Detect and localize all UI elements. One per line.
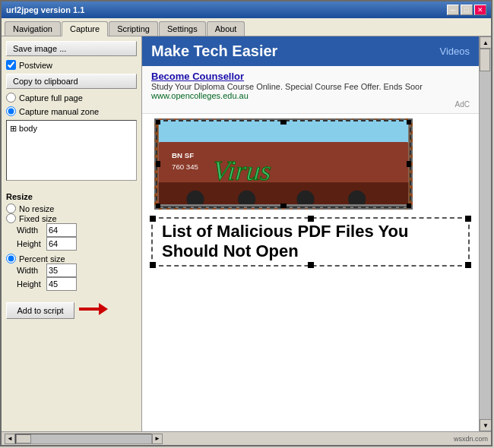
site-header: Make Tech Easier Videos bbox=[142, 36, 479, 66]
capture-manual-row: Capture manual zone bbox=[6, 106, 137, 116]
ad-link[interactable]: Become Counsellor bbox=[151, 71, 470, 82]
no-resize-label: No resize bbox=[19, 204, 54, 213]
article-handle-tl bbox=[150, 216, 156, 222]
capture-manual-label: Capture manual zone bbox=[19, 107, 99, 116]
capture-manual-radio[interactable] bbox=[6, 106, 16, 116]
ad-description: Study Your Diploma Course Online. Specia… bbox=[151, 82, 470, 91]
add-to-script-button[interactable]: Add to script bbox=[6, 302, 74, 319]
status-bar: ◄ ► wsxdn.com bbox=[2, 431, 491, 445]
tab-bar: Navigation Capture Scripting Settings Ab… bbox=[2, 18, 491, 36]
ad-url: www.opencolleges.edu.au bbox=[151, 91, 470, 100]
tab-scripting[interactable]: Scripting bbox=[109, 21, 158, 36]
arrow-icon bbox=[79, 308, 102, 311]
tree-body-label: ⊞ body bbox=[10, 124, 37, 134]
width-label: Width bbox=[17, 226, 43, 235]
percent-height-label: Height bbox=[17, 279, 43, 289]
article-handle-tc bbox=[308, 216, 314, 222]
fixed-height-row: Height bbox=[17, 237, 137, 251]
percent-size-label: Percent size bbox=[19, 254, 65, 263]
tab-capture[interactable]: Capture bbox=[62, 21, 108, 36]
capture-full-radio[interactable] bbox=[6, 93, 16, 103]
close-button[interactable]: ✕ bbox=[474, 5, 486, 15]
postview-checkbox[interactable] bbox=[6, 60, 16, 70]
svg-text:Virus: Virus bbox=[211, 155, 272, 186]
ad-section: Become Counsellor Study Your Diploma Cou… bbox=[142, 66, 479, 114]
svg-rect-11 bbox=[159, 206, 409, 207]
right-panel-container: Make Tech Easier Videos Become Counsello… bbox=[142, 36, 491, 431]
image-section: BN SF 760 345 Virus bbox=[142, 114, 479, 214]
article-handle-bc bbox=[308, 262, 314, 268]
browser-content: Make Tech Easier Videos Become Counsello… bbox=[142, 36, 479, 431]
save-image-button[interactable]: Save image ... bbox=[6, 41, 137, 56]
article-title: List of Malicious PDF Files You Should N… bbox=[162, 222, 459, 262]
resize-label: Resize bbox=[6, 192, 137, 201]
left-panel: Save image ... Postview Copy to clipboar… bbox=[2, 36, 142, 431]
percent-width-row: Width bbox=[17, 263, 137, 277]
percent-width-input[interactable] bbox=[46, 263, 77, 277]
fixed-size-radio[interactable] bbox=[6, 213, 16, 223]
scroll-right-button[interactable]: ► bbox=[152, 434, 163, 444]
article-handle-bl bbox=[150, 262, 156, 268]
percent-height-input[interactable] bbox=[46, 277, 77, 291]
capture-full-label: Capture full page bbox=[19, 93, 83, 103]
no-resize-radio[interactable] bbox=[6, 203, 16, 213]
percent-size-row: Percent size bbox=[6, 254, 137, 263]
article-handle-tr bbox=[465, 216, 471, 222]
videos-link[interactable]: Videos bbox=[439, 46, 470, 57]
minimize-button[interactable]: ─ bbox=[447, 5, 459, 15]
title-bar: url2jpeg version 1.1 ─ □ ✕ bbox=[2, 2, 491, 18]
postview-row: Postview bbox=[6, 60, 137, 70]
percent-width-label: Width bbox=[17, 266, 43, 275]
percent-size-radio[interactable] bbox=[6, 254, 16, 263]
scroll-thumb-h[interactable] bbox=[16, 434, 31, 443]
scroll-thumb-v[interactable] bbox=[480, 49, 490, 71]
capture-full-row: Capture full page bbox=[6, 93, 137, 103]
scroll-down-button[interactable]: ▼ bbox=[480, 419, 491, 431]
main-content: Save image ... Postview Copy to clipboar… bbox=[2, 36, 491, 431]
fixed-width-row: Width bbox=[17, 223, 137, 237]
no-resize-row: No resize bbox=[6, 203, 137, 213]
watermark: wsxdn.com bbox=[454, 435, 488, 443]
resize-section: Resize No resize Fixed size Width Height bbox=[6, 189, 137, 291]
main-window: url2jpeg version 1.1 ─ □ ✕ Navigation Ca… bbox=[0, 0, 492, 446]
window-controls: ─ □ ✕ bbox=[447, 5, 486, 15]
maximize-button[interactable]: □ bbox=[461, 5, 473, 15]
tab-about[interactable]: About bbox=[207, 21, 245, 36]
copy-clipboard-button[interactable]: Copy to clipboard bbox=[6, 74, 137, 89]
article-section: List of Malicious PDF Files You Should N… bbox=[151, 217, 470, 267]
postview-label: Postview bbox=[19, 61, 52, 70]
svg-text:BN SF: BN SF bbox=[172, 151, 194, 159]
add-script-container: Add to script bbox=[6, 299, 137, 319]
height-label: Height bbox=[17, 239, 43, 248]
tab-settings[interactable]: Settings bbox=[159, 21, 206, 36]
scroll-left-button[interactable]: ◄ bbox=[5, 434, 15, 444]
tree-item-body[interactable]: ⊞ body bbox=[10, 124, 133, 134]
scroll-track-h[interactable] bbox=[15, 434, 152, 444]
site-title: Make Tech Easier bbox=[151, 43, 277, 60]
percent-height-row: Height bbox=[17, 277, 137, 291]
window-title: url2jpeg version 1.1 bbox=[6, 5, 84, 14]
fixed-width-input[interactable] bbox=[46, 223, 77, 237]
train-image: BN SF 760 345 Virus bbox=[154, 118, 413, 210]
fixed-size-label: Fixed size bbox=[19, 214, 57, 223]
tab-navigation[interactable]: Navigation bbox=[5, 21, 61, 36]
vertical-scrollbar[interactable]: ▲ ▼ bbox=[479, 36, 491, 431]
fixed-height-input[interactable] bbox=[46, 237, 77, 251]
svg-text:760  345: 760 345 bbox=[172, 162, 198, 171]
ad-label: AdC bbox=[151, 100, 470, 109]
tree-view[interactable]: ⊞ body bbox=[6, 120, 137, 181]
scroll-up-button[interactable]: ▲ bbox=[480, 36, 491, 49]
article-handle-br bbox=[465, 262, 471, 268]
fixed-size-row: Fixed size bbox=[6, 213, 137, 223]
scroll-track-v[interactable] bbox=[480, 49, 491, 419]
